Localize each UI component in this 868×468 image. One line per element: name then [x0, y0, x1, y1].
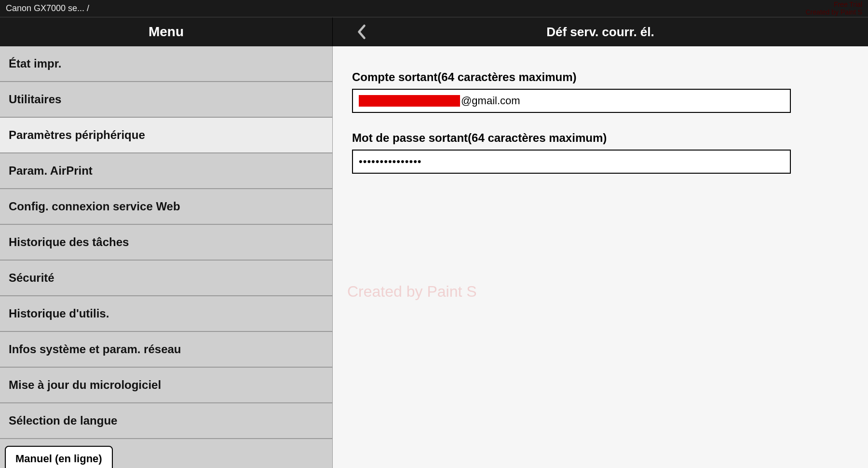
sidebar-item-label: Mise à jour du micrologiciel: [9, 378, 161, 391]
outgoing-password-input[interactable]: •••••••••••••••: [352, 150, 791, 174]
sidebar-item-label: Config. connexion service Web: [9, 200, 180, 213]
sidebar-item-print-status[interactable]: État impr.: [0, 46, 332, 82]
menu-heading: Menu: [0, 17, 333, 46]
watermark-line2: Created by Paint S: [805, 9, 862, 16]
outgoing-account-suffix: @gmail.com: [461, 95, 520, 107]
sidebar-item-device-settings[interactable]: Paramètres périphérique: [0, 118, 332, 153]
sidebar: État impr.UtilitairesParamètres périphér…: [0, 46, 333, 468]
chevron-left-icon: [356, 24, 367, 40]
outgoing-account-input[interactable]: @gmail.com: [352, 89, 791, 113]
sidebar-item-job-history[interactable]: Historique des tâches: [0, 225, 332, 261]
page-title: Déf serv. courr. él.: [391, 17, 868, 46]
manual-online-button[interactable]: Manuel (en ligne): [5, 446, 113, 468]
watermark-center: Created by Paint S: [347, 283, 477, 301]
outgoing-password-value: •••••••••••••••: [359, 155, 422, 168]
sidebar-item-airprint[interactable]: Param. AirPrint: [0, 153, 332, 189]
sidebar-item-label: Paramètres périphérique: [9, 128, 145, 141]
breadcrumb: Canon GX7000 se... /: [6, 3, 89, 14]
sidebar-item-system-network[interactable]: Infos système et param. réseau: [0, 332, 332, 368]
sidebar-item-label: Sélection de langue: [9, 414, 117, 427]
sidebar-item-language[interactable]: Sélection de langue: [0, 403, 332, 439]
outgoing-password-label: Mot de passe sortant(64 caractères maxim…: [352, 131, 849, 145]
sidebar-item-security[interactable]: Sécurité: [0, 261, 332, 296]
content-pane: Compte sortant(64 caractères maximum) @g…: [333, 46, 868, 468]
sidebar-item-label: État impr.: [9, 57, 61, 70]
watermark-line1: Free Trial: [805, 1, 862, 8]
redacted-strip: [359, 95, 460, 107]
sidebar-item-usage-history[interactable]: Historique d'utilis.: [0, 296, 332, 332]
sidebar-item-web-service[interactable]: Config. connexion service Web: [0, 189, 332, 225]
sidebar-item-utilities[interactable]: Utilitaires: [0, 82, 332, 118]
watermark-top-right: Free Trial Created by Paint S: [805, 1, 862, 16]
back-button[interactable]: [333, 17, 391, 46]
sidebar-item-label: Infos système et param. réseau: [9, 343, 181, 356]
sidebar-item-label: Sécurité: [9, 271, 54, 284]
sidebar-item-label: Utilitaires: [9, 93, 61, 106]
sidebar-item-label: Historique des tâches: [9, 235, 129, 248]
sidebar-item-firmware-update[interactable]: Mise à jour du micrologiciel: [0, 368, 332, 403]
sidebar-item-label: Param. AirPrint: [9, 164, 93, 177]
sidebar-item-label: Historique d'utilis.: [9, 307, 109, 320]
outgoing-account-label: Compte sortant(64 caractères maximum): [352, 70, 849, 84]
